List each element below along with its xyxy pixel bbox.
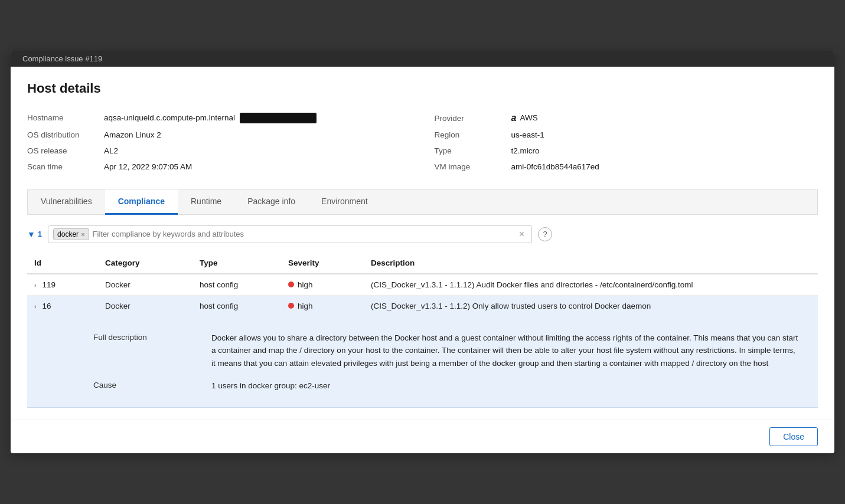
scan-time-row: Scan time Apr 12, 2022 9:07:05 AM <box>27 159 411 175</box>
filter-tag-close-icon[interactable]: × <box>81 231 84 238</box>
filter-tag[interactable]: docker × <box>53 228 89 240</box>
filter-clear-icon[interactable]: × <box>517 229 527 240</box>
type-value: t2.micro <box>511 146 540 155</box>
cell-type: host config <box>193 274 281 296</box>
severity-dot-icon <box>288 282 294 287</box>
filter-input-area[interactable]: docker × × <box>48 225 532 243</box>
aws-logo-icon: a <box>511 113 517 123</box>
help-icon[interactable]: ? <box>538 227 552 241</box>
cell-category: Docker <box>98 295 193 316</box>
detail-cell: Full description Docker allows you to sh… <box>27 316 818 408</box>
os-release-label: OS release <box>27 146 104 155</box>
severity-dot-icon <box>288 303 294 309</box>
table-header-row: Id Category Type Severity Description <box>27 253 818 274</box>
tab-package-info[interactable]: Package info <box>234 189 308 215</box>
os-release-value: AL2 <box>104 146 118 155</box>
host-info-grid: Hostname aqsa-uniqueid.c.compute-pm.inte… <box>27 109 818 175</box>
provider-value: a AWS <box>511 113 538 123</box>
filter-icon-wrapper: ▼ 1 <box>27 230 42 239</box>
modal-body: Host details Hostname aqsa-uniqueid.c.co… <box>11 67 834 420</box>
page-title: Host details <box>27 81 818 96</box>
region-value: us-east-1 <box>511 130 544 139</box>
chevron-right-icon: › <box>34 282 37 289</box>
os-release-row: OS release AL2 <box>27 143 411 159</box>
filter-icon: ▼ <box>27 230 35 239</box>
vm-image-row: VM image ami-0fc61db8544a617ed <box>435 159 818 175</box>
col-header-type: Type <box>193 253 281 274</box>
os-dist-value: Amazon Linux 2 <box>104 130 161 139</box>
os-dist-row: OS distribution Amazon Linux 2 <box>27 127 411 143</box>
region-row: Region us-east-1 <box>435 127 818 143</box>
provider-label: Provider <box>435 114 511 123</box>
col-header-category: Category <box>98 253 193 274</box>
scan-time-value: Apr 12, 2022 9:07:05 AM <box>104 162 192 171</box>
full-description-label: Full description <box>93 332 211 370</box>
hostname-label: Hostname <box>27 113 104 122</box>
cell-type: host config <box>193 295 281 316</box>
col-header-severity: Severity <box>281 253 364 274</box>
cell-id: › 119 <box>27 274 98 296</box>
redacted-bar <box>240 113 317 123</box>
filter-count: 1 <box>38 230 42 238</box>
os-dist-label: OS distribution <box>27 130 104 139</box>
cell-id: ‹ 16 <box>27 295 98 316</box>
scan-time-label: Scan time <box>27 162 104 171</box>
tabs-bar: Vulnerabilities Compliance Runtime Packa… <box>27 189 818 215</box>
compliance-issue-label: Compliance issue #119 <box>22 54 102 63</box>
full-description-value: Docker allows you to share a directory b… <box>211 332 799 370</box>
hostname-value: aqsa-uniqueid.c.compute-pm.internal <box>104 113 317 123</box>
hostname-row: Hostname aqsa-uniqueid.c.compute-pm.inte… <box>27 109 411 127</box>
col-header-id: Id <box>27 253 98 274</box>
close-button[interactable]: Close <box>769 427 818 446</box>
table-row[interactable]: ‹ 16 Docker host config high (CIS_Docker… <box>27 295 818 316</box>
compliance-table: Id Category Type Severity Description › … <box>27 253 818 408</box>
tab-compliance[interactable]: Compliance <box>105 189 178 215</box>
cell-severity: high <box>281 295 364 316</box>
chevron-down-icon: ‹ <box>34 303 37 310</box>
type-label: Type <box>435 146 511 155</box>
host-details-modal: Compliance issue #119 Host details Hostn… <box>11 51 834 453</box>
table-row[interactable]: › 119 Docker host config high (CIS_Docke… <box>27 274 818 296</box>
filter-bar: ▼ 1 docker × × ? <box>27 225 818 243</box>
table-row-detail: Full description Docker allows you to sh… <box>27 316 818 408</box>
vm-image-label: VM image <box>435 162 511 171</box>
compliance-issue-bar: Compliance issue #119 <box>11 51 834 67</box>
cause-value: 1 users in docker group: ec2-user <box>211 379 799 392</box>
vm-image-value: ami-0fc61db8544a617ed <box>511 162 599 171</box>
provider-row: Provider a AWS <box>435 109 818 127</box>
tab-environment[interactable]: Environment <box>308 189 381 215</box>
tab-runtime[interactable]: Runtime <box>178 189 234 215</box>
cause-label: Cause <box>93 379 211 392</box>
type-row: Type t2.micro <box>435 143 818 159</box>
filter-tag-label: docker <box>57 230 79 238</box>
cell-category: Docker <box>98 274 193 296</box>
col-header-description: Description <box>364 253 818 274</box>
region-label: Region <box>435 130 511 139</box>
cell-description: (CIS_Docker_v1.3.1 - 1.1.2) Only allow t… <box>364 295 818 316</box>
cell-severity: high <box>281 274 364 296</box>
filter-input[interactable] <box>93 230 513 238</box>
tab-vulnerabilities[interactable]: Vulnerabilities <box>28 189 105 215</box>
cell-description: (CIS_Docker_v1.3.1 - 1.1.12) Audit Docke… <box>364 274 818 296</box>
detail-section: Full description Docker allows you to sh… <box>34 322 811 401</box>
modal-footer: Close <box>11 420 834 453</box>
